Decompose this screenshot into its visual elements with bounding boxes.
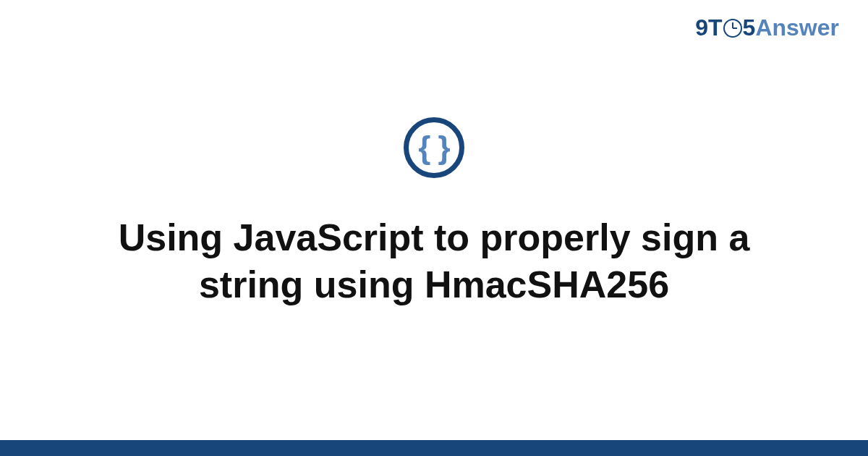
code-braces-icon: { } xyxy=(404,117,464,178)
main-content: { } Using JavaScript to properly sign a … xyxy=(0,0,868,440)
footer-bar xyxy=(0,440,868,456)
icon-wrapper: { } xyxy=(404,117,464,178)
page-title: Using JavaScript to properly sign a stri… xyxy=(72,214,796,308)
